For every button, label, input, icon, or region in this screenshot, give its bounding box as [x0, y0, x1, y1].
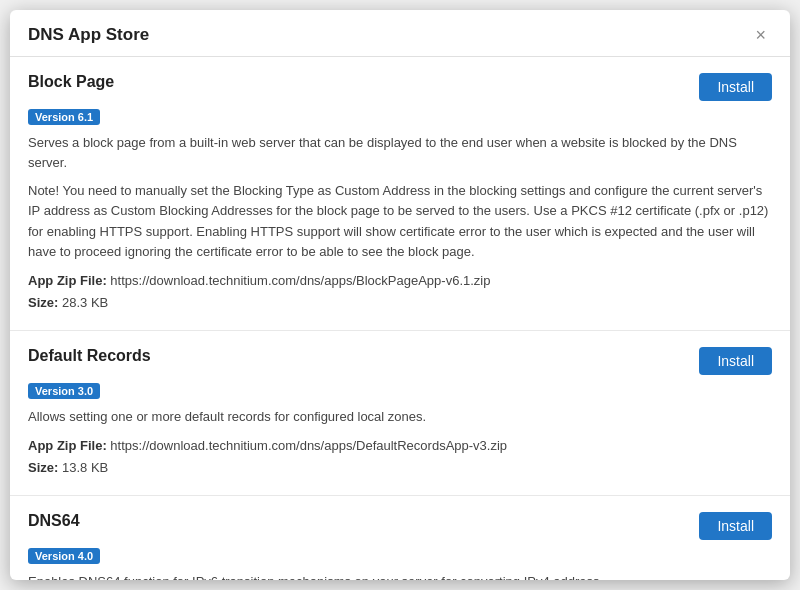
modal-title: DNS App Store [28, 25, 149, 45]
modal-close-button[interactable]: × [749, 24, 772, 46]
dns-app-store-modal: DNS App Store × Block Page Install Versi… [10, 10, 790, 580]
app-name-default-records: Default Records [28, 347, 151, 365]
app-description-block-page-1: Serves a block page from a built-in web … [28, 133, 772, 173]
install-button-dns64[interactable]: Install [699, 512, 772, 540]
app-item-block-page: Block Page Install Version 6.1 Serves a … [10, 57, 790, 331]
app-header-dns64: DNS64 Install [28, 512, 772, 540]
app-description-dns64: Enables DNS64 function for IPv6 transiti… [28, 572, 772, 580]
version-badge-default-records: Version 3.0 [28, 383, 100, 399]
app-meta-default-records: App Zip File: https://download.technitiu… [28, 435, 772, 479]
app-header-default-records: Default Records Install [28, 347, 772, 375]
version-badge-block-page: Version 6.1 [28, 109, 100, 125]
modal-header: DNS App Store × [10, 10, 790, 57]
install-button-block-page[interactable]: Install [699, 73, 772, 101]
app-item-dns64: DNS64 Install Version 4.0 Enables DNS64 … [10, 496, 790, 580]
version-badge-dns64: Version 4.0 [28, 548, 100, 564]
app-item-default-records: Default Records Install Version 3.0 Allo… [10, 331, 790, 496]
app-name-block-page: Block Page [28, 73, 114, 91]
app-note-block-page: Note! You need to manually set the Block… [28, 181, 772, 262]
app-name-dns64: DNS64 [28, 512, 80, 530]
app-meta-block-page: App Zip File: https://download.technitiu… [28, 270, 772, 314]
app-zip-default-records: App Zip File: https://download.technitiu… [28, 435, 772, 457]
modal-body: Block Page Install Version 6.1 Serves a … [10, 57, 790, 580]
app-size-default-records: Size: 13.8 KB [28, 457, 772, 479]
install-button-default-records[interactable]: Install [699, 347, 772, 375]
app-header: Block Page Install [28, 73, 772, 101]
app-zip-block-page: App Zip File: https://download.technitiu… [28, 270, 772, 292]
app-size-block-page: Size: 28.3 KB [28, 292, 772, 314]
app-description-default-records: Allows setting one or more default recor… [28, 407, 772, 427]
